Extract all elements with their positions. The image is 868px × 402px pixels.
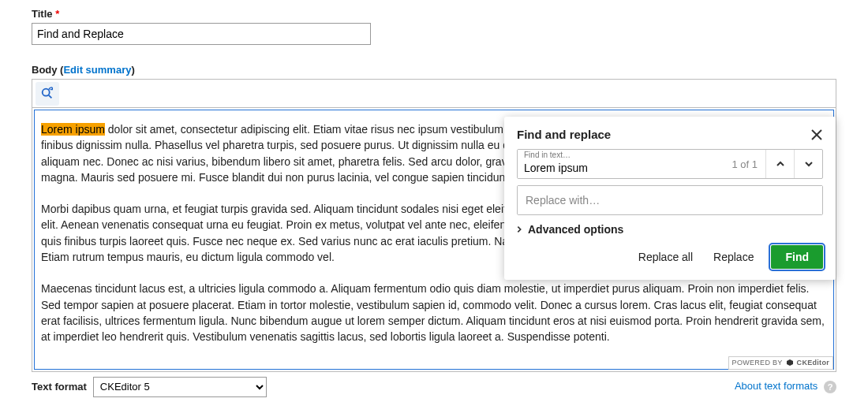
chevron-down-icon <box>804 159 814 169</box>
find-row: Find in text… 1 of 1 <box>517 149 823 179</box>
dialog-button-row: Replace all Replace Find <box>504 245 836 269</box>
highlighted-match: Lorem ipsum <box>41 123 105 136</box>
svg-point-0 <box>43 88 50 95</box>
advanced-options-label: Advanced options <box>528 223 623 236</box>
replace-row <box>517 185 823 215</box>
about-text-formats-link[interactable]: About text formats <box>735 380 818 392</box>
find-replace-icon <box>40 87 54 101</box>
find-replace-toolbar-button[interactable] <box>36 82 59 106</box>
find-replace-dialog: Find and replace Find in text… 1 of 1 Ad… <box>504 117 836 280</box>
title-label-text: Title <box>32 8 53 20</box>
ckeditor-brand-text: CKEditor <box>797 358 829 368</box>
prev-match-button[interactable] <box>765 150 794 178</box>
text-format-label: Text format <box>32 381 87 393</box>
required-marker: * <box>55 8 59 20</box>
close-icon <box>810 128 823 141</box>
dialog-title: Find and replace <box>517 128 611 141</box>
replace-button[interactable]: Replace <box>710 246 757 268</box>
chevron-up-icon <box>776 159 785 169</box>
format-bar: Text format CKEditor 5 About text format… <box>32 377 836 397</box>
editor-toolbar <box>32 80 836 108</box>
replace-input[interactable] <box>518 186 822 214</box>
powered-by-badge[interactable]: POWERED BY CKEditor <box>728 356 833 370</box>
match-count: 1 of 1 <box>731 158 765 170</box>
body-label: Body (Edit summary) <box>32 64 836 76</box>
find-floating-label: Find in text… <box>524 151 571 159</box>
title-label: Title * <box>32 8 836 20</box>
svg-line-1 <box>49 95 52 98</box>
find-button[interactable]: Find <box>771 245 823 269</box>
next-match-button[interactable] <box>794 150 822 178</box>
chevron-right-icon <box>515 225 523 233</box>
help-icon[interactable]: ? <box>824 381 836 393</box>
advanced-options-toggle[interactable]: Advanced options <box>515 223 823 236</box>
paragraph-3: Maecenas tincidunt lacus est, a ultricie… <box>41 281 827 344</box>
ckeditor-logo-icon <box>786 359 794 367</box>
edit-summary-link[interactable]: Edit summary <box>63 64 131 76</box>
replace-all-button[interactable]: Replace all <box>635 246 696 268</box>
svg-marker-2 <box>787 359 793 366</box>
close-button[interactable] <box>810 128 823 141</box>
body-label-text: Body <box>32 64 58 76</box>
powered-by-text: POWERED BY <box>732 358 783 368</box>
title-input[interactable] <box>32 23 371 45</box>
text-format-select[interactable]: CKEditor 5 <box>93 377 267 397</box>
